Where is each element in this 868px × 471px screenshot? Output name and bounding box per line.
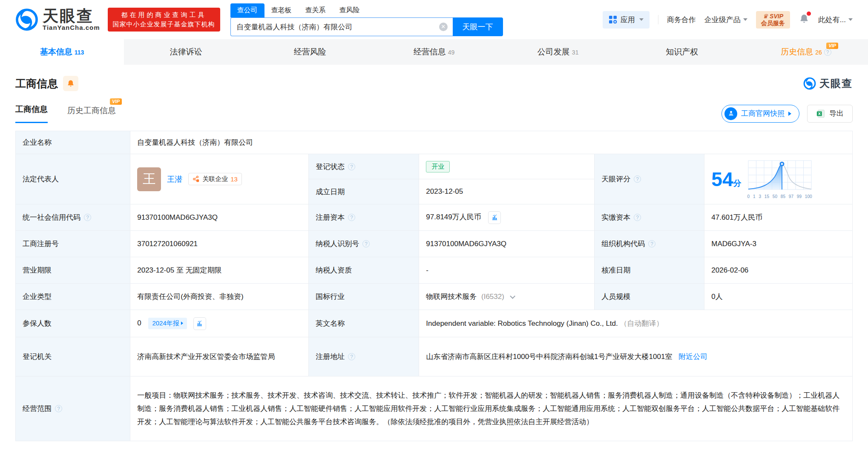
network-icon <box>193 175 200 183</box>
official-snapshot-button[interactable]: 工商官网快照 <box>721 105 799 123</box>
help-icon[interactable] <box>634 175 641 183</box>
subtab-business-registration[interactable]: 工商信息 <box>15 104 48 123</box>
export-label: 导出 <box>829 109 844 118</box>
help-icon[interactable] <box>824 49 831 56</box>
help-icon[interactable] <box>84 214 91 221</box>
company-name-label: 企业名称 <box>16 131 130 154</box>
tab-company-development[interactable]: 公司发展 31 <box>496 39 620 65</box>
approval-date-value: 2026-02-06 <box>704 257 853 284</box>
tab-label: 公司发展 <box>537 46 570 57</box>
tab-label: 法律诉讼 <box>170 46 202 57</box>
reg-address-value: 山东省济南市高新区庄科村1000号中科院济南科创城1号产业研发大楼1001室 <box>426 353 672 361</box>
business-scope-value: 一般项目：物联网技术服务；技术服务、技术开发、技术咨询、技术交流、技术转让、技术… <box>130 376 853 441</box>
tab-history-info[interactable]: VIP 历史信息 26 <box>744 39 868 65</box>
chevron-down-icon[interactable] <box>510 293 515 299</box>
svip-member-badge[interactable]: ♛ SVIP 会员服务 <box>756 11 790 29</box>
reg-status-label: 登记状态 <box>316 162 345 172</box>
taxpayer-quality-label: 纳税人资质 <box>309 257 419 284</box>
help-icon[interactable] <box>348 163 355 170</box>
tab-legal-proceedings[interactable]: 法律诉讼 <box>124 39 248 65</box>
search-tabs: 查公司 查老板 查关系 查风险 <box>230 3 503 17</box>
search-tab-boss[interactable]: 查老板 <box>264 3 299 17</box>
vip-badge: VIP <box>110 98 122 105</box>
tianyan-score-label: 天眼评分 <box>601 174 630 184</box>
search-tab-company[interactable]: 查公司 <box>230 3 264 17</box>
table-row: 企业名称 自变量机器人科技（济南）有限公司 <box>16 131 853 154</box>
taxpayer-id-value: 91370100MAD6GJYA3Q <box>419 231 595 257</box>
org-code-value: MAD6GJYA-3 <box>704 231 853 257</box>
capital-chart-button[interactable] <box>488 211 501 224</box>
tab-operation-risk[interactable]: 经营风险 <box>248 39 372 65</box>
credit-code-label: 统一社会信用代码 <box>23 213 80 222</box>
org-code-label: 组织机构代码 <box>601 239 645 249</box>
taxpayer-quality-value: - <box>419 257 595 284</box>
legal-rep-avatar[interactable]: 王 <box>137 167 161 191</box>
help-icon[interactable] <box>362 240 370 247</box>
tab-count: 49 <box>448 49 455 56</box>
industry-code: (I6532) <box>481 293 504 301</box>
brand-domain: TianYanCha.com <box>43 24 100 31</box>
insured-chart-button[interactable] <box>193 317 206 330</box>
arrow-right-icon <box>181 322 183 325</box>
promo-banner: 都在用的商业查询工具 国家中小企业发展子基金旗下机构 <box>108 8 220 32</box>
export-button[interactable]: 导出 <box>807 105 853 123</box>
notification-bell-button[interactable] <box>799 13 810 26</box>
search-input[interactable] <box>230 17 453 36</box>
help-icon[interactable] <box>634 214 641 221</box>
bar-chart-icon <box>491 214 498 221</box>
menu-enterprise-products[interactable]: 企业级产品 <box>704 15 747 25</box>
search-tab-relation[interactable]: 查关系 <box>299 3 333 17</box>
paid-capital-value: 47.601万人民币 <box>704 204 853 231</box>
monitor-bell-button[interactable] <box>63 76 78 91</box>
tab-basic-info[interactable]: 基本信息 113 <box>0 39 124 65</box>
related-companies-badge[interactable]: 关联企业 13 <box>188 173 242 185</box>
english-name-value: Independent variable: Robotics Technolog… <box>426 319 618 327</box>
table-row: 参保人数 0 2024年报 英文名称 <box>16 310 853 337</box>
promo-line1: 都在用的商业查询工具 <box>113 10 215 20</box>
help-icon[interactable] <box>648 240 655 247</box>
score-value: 54 <box>711 168 733 190</box>
table-row: 经营范围 一般项目：物联网技术服务；技术服务、技术开发、技术咨询、技术交流、技术… <box>16 376 853 441</box>
table-row: 企业类型 有限责任公司(外商投资、非独资) 国标行业 物联网技术服务 (I653… <box>16 284 853 310</box>
tab-count: 26 <box>815 49 822 56</box>
header: 天眼查 TianYanCha.com 都在用的商业查询工具 国家中小企业发展子基… <box>0 0 868 39</box>
tianyancha-logo[interactable]: 天眼查 TianYanCha.com <box>15 8 100 31</box>
help-icon[interactable] <box>55 405 62 412</box>
score-unit: 分 <box>733 179 742 188</box>
tab-label: 历史信息 <box>781 46 813 57</box>
reg-number-value: 370127201060921 <box>130 231 309 257</box>
help-icon[interactable] <box>348 214 355 221</box>
menu-cooperation[interactable]: 商务合作 <box>667 15 696 25</box>
tab-business-info[interactable]: 经营信息 49 <box>372 39 496 65</box>
approval-date-label: 核准日期 <box>595 257 704 284</box>
company-name-value: 自变量机器人科技（济南）有限公司 <box>130 131 853 154</box>
subtab-history-registration[interactable]: VIP 历史工商信息 <box>67 105 116 123</box>
tab-intellectual-property[interactable]: 知识产权 <box>620 39 744 65</box>
insured-value: 0 <box>137 319 141 327</box>
search-button[interactable]: 天眼一下 <box>453 17 503 36</box>
account-label: 此处有... <box>818 15 846 25</box>
legal-rep-label: 法定代表人 <box>16 154 130 204</box>
section-title: 工商信息 <box>15 77 58 91</box>
search-tab-risk[interactable]: 查风险 <box>333 3 367 17</box>
bell-icon <box>66 79 75 88</box>
snapshot-label: 工商官网快照 <box>741 109 785 118</box>
svip-line2: 会员服务 <box>761 20 785 27</box>
score-distribution-chart: 0131550859799100 <box>747 160 812 199</box>
help-icon[interactable] <box>348 353 355 360</box>
related-count: 13 <box>230 175 238 183</box>
top-menu: 应用 商务合作 企业级产品 ♛ SVIP 会员服务 此处有... <box>603 11 853 29</box>
business-info-table: 企业名称 自变量机器人科技（济南）有限公司 法定代表人 王 王潜 <box>15 131 853 441</box>
arrow-right-icon <box>788 112 791 116</box>
nearby-companies-link[interactable]: 附近公司 <box>678 353 707 361</box>
annual-report-badge[interactable]: 2024年报 <box>148 318 187 329</box>
search-area: 查公司 查老板 查关系 查风险 ✕ 天眼一下 <box>230 3 503 36</box>
apps-menu-button[interactable]: 应用 <box>603 11 650 29</box>
company-type-value: 有限责任公司(外商投资、非独资) <box>130 284 309 310</box>
tab-label: 经营信息 <box>414 46 446 57</box>
tab-label: 知识产权 <box>666 46 698 57</box>
reg-capital-label: 注册资本 <box>316 213 345 222</box>
legal-rep-name-link[interactable]: 王潜 <box>167 175 182 184</box>
clear-input-icon[interactable]: ✕ <box>439 23 448 31</box>
menu-account[interactable]: 此处有... <box>818 15 853 25</box>
